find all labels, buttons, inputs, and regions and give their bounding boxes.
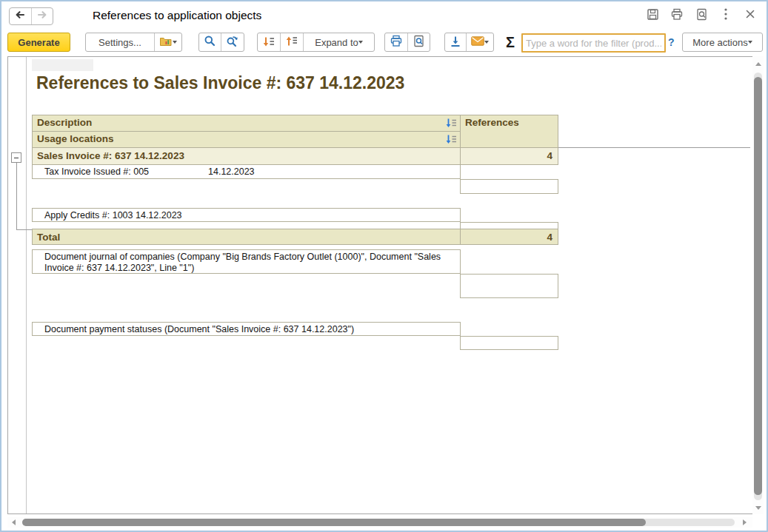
cell-description[interactable]: Apply Credits #: 1003 14.12.2023 <box>32 208 461 222</box>
more-actions-label: More actions <box>692 37 747 48</box>
window-titlebar: References to application objects <box>1 1 767 30</box>
preview-icon <box>695 8 708 24</box>
print-button[interactable] <box>670 8 684 23</box>
cell-references[interactable] <box>460 336 558 350</box>
report-area: References to Sales Invoice #: 637 14.12… <box>7 56 753 514</box>
collapse-groups-button[interactable] <box>280 33 303 51</box>
column-header-description-label: Description <box>37 117 92 128</box>
horizontal-scroll-thumb[interactable] <box>22 519 646 526</box>
save-button[interactable] <box>645 8 660 23</box>
find-next-icon <box>226 35 239 50</box>
search-group <box>198 33 244 52</box>
settings-button[interactable]: Settings... <box>86 33 154 51</box>
scroll-left-arrow-icon[interactable] <box>12 519 16 525</box>
print-preview-button[interactable] <box>694 8 709 23</box>
more-actions-group: More actions <box>682 33 763 52</box>
cell-description[interactable]: Tax Invoice Issued #: 005 14.12.2023 <box>32 164 461 179</box>
back-arrow-icon <box>14 9 26 24</box>
nav-back-button[interactable] <box>10 8 31 24</box>
detail-date: 14.12.2023 <box>208 166 255 178</box>
expand-groups-button[interactable] <box>258 33 280 51</box>
toolbar-preview-button[interactable] <box>407 33 430 51</box>
floppy-icon <box>647 8 659 24</box>
collapse-groups-icon <box>285 36 298 50</box>
cell-description[interactable]: Sales Invoice #: 637 14.12.2023 <box>32 147 461 165</box>
generate-button[interactable]: Generate <box>7 33 70 52</box>
report-toolbar: Generate Settings... <box>1 30 767 56</box>
printer-icon <box>390 35 403 50</box>
cell-references[interactable]: 4 <box>460 147 558 165</box>
find-button[interactable] <box>199 33 221 51</box>
expand-group: Expand to <box>257 33 375 52</box>
page-title: References to application objects <box>93 9 261 22</box>
navigation-buttons <box>9 7 53 25</box>
report-window: References to application objects <box>0 0 768 532</box>
filter-input[interactable] <box>521 33 666 53</box>
column-header-description[interactable]: Description <box>32 115 461 132</box>
horizontal-scrollbar[interactable] <box>7 517 752 528</box>
vertical-scrollbar[interactable] <box>752 56 764 514</box>
chevron-down-icon <box>748 41 752 44</box>
search-icon <box>204 35 216 50</box>
save-file-button[interactable] <box>445 33 466 51</box>
nav-forward-button[interactable] <box>31 8 53 24</box>
usage-locations-label: Usage locations <box>37 133 114 144</box>
cell-total-label[interactable]: Total <box>32 229 461 245</box>
expand-to-button[interactable]: Expand to <box>303 33 374 51</box>
close-button[interactable] <box>743 8 758 23</box>
sum-button[interactable]: Σ <box>502 33 518 52</box>
find-next-button[interactable] <box>221 33 244 51</box>
margin-divider <box>26 57 27 514</box>
toolbar-print-button[interactable] <box>385 33 407 51</box>
report-variants-icon <box>159 36 173 49</box>
report-title: References to Sales Invoice #: 637 14.12… <box>36 73 404 93</box>
printer-icon <box>670 8 684 24</box>
sort-icon[interactable] <box>445 118 458 131</box>
menu-button[interactable] <box>718 8 733 23</box>
download-icon <box>450 36 461 50</box>
help-link[interactable]: ? <box>668 36 675 48</box>
export-group <box>444 33 494 52</box>
report-variants-button[interactable] <box>154 33 181 51</box>
sort-icon[interactable] <box>445 134 458 147</box>
group-tree-line <box>16 163 17 230</box>
column-header-references-label: References <box>465 117 519 128</box>
kebab-icon <box>724 7 728 24</box>
preview-icon <box>413 35 425 50</box>
expand-to-label: Expand to <box>315 37 358 48</box>
email-button[interactable] <box>466 33 493 51</box>
close-icon <box>745 9 755 22</box>
cell-description[interactable]: Document payment statuses (Document "Sal… <box>32 322 461 336</box>
group-tree-line <box>16 229 32 230</box>
scroll-down-arrow-icon[interactable] <box>755 506 761 510</box>
cell-description[interactable]: Document journal of companies (Company "… <box>32 249 461 274</box>
detail-text: Tax Invoice Issued #: 005 <box>44 166 149 177</box>
cell-references[interactable] <box>460 274 558 298</box>
cell-references[interactable] <box>460 179 558 194</box>
scroll-up-arrow-icon[interactable] <box>755 62 761 66</box>
print-group <box>384 33 430 52</box>
chevron-down-icon <box>484 41 489 44</box>
header-freeze-line <box>558 147 750 148</box>
column-header-references[interactable]: References <box>460 115 558 148</box>
chevron-down-icon <box>173 41 177 44</box>
corner-cell <box>32 59 93 71</box>
cell-total-references[interactable]: 4 <box>460 229 558 245</box>
expand-groups-icon <box>262 36 276 50</box>
more-actions-button[interactable]: More actions <box>683 33 762 51</box>
scroll-right-arrow-icon[interactable] <box>743 519 747 525</box>
chevron-down-icon <box>358 41 363 44</box>
mail-icon <box>471 36 484 48</box>
settings-group: Settings... <box>85 33 182 52</box>
vertical-scroll-thumb[interactable] <box>754 77 762 495</box>
forward-arrow-icon <box>36 9 48 24</box>
group-expander[interactable] <box>11 152 21 163</box>
row-header-usage-locations[interactable]: Usage locations <box>32 131 461 148</box>
